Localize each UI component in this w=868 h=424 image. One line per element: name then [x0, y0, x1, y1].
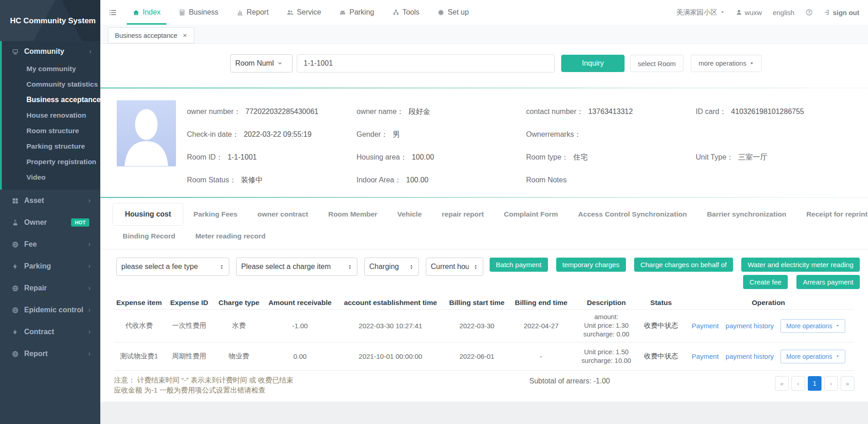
house-select-value: Current house	[431, 263, 469, 271]
temporary-charges-button[interactable]: temporary charges	[556, 258, 626, 272]
row-more-operations-button[interactable]: More operations	[780, 350, 845, 363]
tab-business-acceptance[interactable]: Business acceptance	[108, 27, 194, 43]
select-room-button[interactable]: select Room	[630, 55, 683, 72]
sidebar-subitem-business-acceptance[interactable]: Business acceptance	[2, 92, 100, 108]
pagination-first-button[interactable]: «	[775, 376, 789, 391]
person-silhouette-icon	[117, 100, 176, 166]
tab-complaint-form[interactable]: Complaint Form	[494, 210, 568, 218]
sidebar-item-epidemic-control[interactable]: Epidemic control	[0, 299, 100, 321]
tab-room-member[interactable]: Room Member	[318, 210, 388, 218]
table-row: 测试物业费1 周期性费用 物业费 0.00 2021-10-01 00:00:0…	[114, 342, 854, 371]
nav-business[interactable]: Business	[170, 0, 227, 25]
sidebar-item-parking[interactable]: Parking	[0, 255, 100, 277]
top-navbar: Index Business Report Service Parking	[100, 0, 868, 25]
sidebar-item-repair[interactable]: Repair	[0, 277, 100, 299]
tab-housing-cost[interactable]: Housing cost	[113, 203, 183, 226]
sidebar-item-asset[interactable]: Asset	[0, 190, 100, 212]
payment-link[interactable]: Payment	[692, 352, 718, 360]
charge-item-select[interactable]: Please select a charge item	[236, 258, 357, 276]
list-icon	[108, 8, 117, 17]
tab-repair-report[interactable]: repair report	[432, 210, 494, 218]
nav-set-up[interactable]: Set up	[429, 0, 478, 25]
sidebar-item-community[interactable]: Community	[2, 42, 100, 61]
pagination-next-button[interactable]: ›	[824, 376, 838, 391]
pagination-prev-button[interactable]: ‹	[791, 376, 805, 391]
search-type-select[interactable]: Room Number	[230, 54, 293, 72]
app-title: HC Community System	[10, 16, 96, 25]
tab-receipt-reprinting[interactable]: Receipt for reprinting	[796, 210, 868, 218]
tab-parking-fees[interactable]: Parking Fees	[183, 210, 248, 218]
sidebar-subitem-my-community[interactable]: My community	[2, 61, 100, 77]
sidebar-section-community: Community My community Community statist…	[0, 41, 100, 190]
inquiry-button[interactable]: Inquiry	[561, 55, 625, 72]
batch-payment-button[interactable]: Batch payment	[490, 258, 548, 272]
row-more-operations-button[interactable]: More operations	[780, 319, 845, 333]
tab-meter-reading-record[interactable]: Meter reading record	[185, 232, 275, 240]
sidebar-item-report[interactable]: Report	[0, 343, 100, 365]
house-scope-select[interactable]: Current house	[426, 258, 483, 276]
col-expense-item: Expense item	[114, 299, 164, 307]
signout-button[interactable]: sign out	[824, 9, 859, 16]
pagination-last-button[interactable]: »	[841, 376, 854, 391]
more-operations-button[interactable]: more operations	[691, 55, 762, 72]
col-charge-type: Charge type	[214, 299, 264, 307]
arrears-payment-button[interactable]: Arrears payment	[796, 275, 860, 289]
payment-link[interactable]: Payment	[692, 322, 718, 330]
tab-vehicle[interactable]: Vehicle	[388, 210, 432, 218]
community-selector[interactable]: 美满家园小区	[677, 8, 725, 17]
pagination-page-1[interactable]: 1	[808, 376, 822, 391]
nav-label: Service	[297, 8, 321, 16]
car-icon	[339, 9, 346, 16]
nav-tools[interactable]: Tools	[383, 0, 429, 25]
payment-history-link[interactable]: payment history	[726, 322, 774, 330]
cell-expense-id: 周期性费用	[164, 352, 214, 361]
nav-index[interactable]: Index	[124, 0, 170, 25]
caret-down-icon	[720, 10, 725, 15]
tab-binding-record[interactable]: Binding Record	[113, 232, 185, 240]
grid-icon	[12, 197, 19, 204]
sidebar: HC Community System Community My communi…	[0, 0, 100, 424]
close-icon[interactable]	[182, 33, 187, 38]
users-icon	[287, 9, 294, 16]
cell-billing-end-time: -	[509, 352, 573, 360]
sidebar-subitem-video[interactable]: Video	[2, 170, 100, 185]
sidebar-item-label: Asset	[24, 196, 44, 205]
sidebar-subitem-room-structure[interactable]: Room structure	[2, 123, 100, 139]
payment-history-link[interactable]: payment history	[726, 352, 774, 360]
charging-select-value: Charging	[369, 263, 404, 271]
caret-down-icon	[749, 61, 754, 66]
help-button[interactable]	[806, 9, 813, 16]
room-number-input[interactable]	[297, 54, 555, 72]
nav-report[interactable]: Report	[227, 0, 278, 25]
nav-parking[interactable]: Parking	[330, 0, 383, 25]
sidebar-subitem-house-renovation[interactable]: House renovation	[2, 108, 100, 123]
charge-item-select-value: Please select a charge item	[241, 263, 343, 271]
charging-status-select[interactable]: Charging	[364, 258, 419, 276]
sidebar-item-label: Repair	[24, 284, 47, 292]
tab-barrier-sync[interactable]: Barrier synchronization	[697, 210, 796, 218]
tab-access-control-sync[interactable]: Access Control Synchronization	[568, 210, 697, 218]
chevron-right-icon	[87, 308, 92, 313]
fee-type-select[interactable]: please select a fee type	[116, 258, 229, 276]
sidebar-subitem-property-registration[interactable]: Property registration	[2, 154, 100, 170]
language-switch[interactable]: english	[773, 9, 795, 16]
nav-service[interactable]: Service	[278, 0, 330, 25]
cell-amount-receivable: -1.00	[264, 322, 336, 330]
cell-charge-type: 水费	[214, 321, 264, 330]
sidebar-item-fee[interactable]: Fee	[0, 233, 100, 255]
sidebar-item-owner[interactable]: Owner HOT	[0, 212, 100, 233]
charge-on-behalf-button[interactable]: Charge charges on behalf of	[634, 258, 733, 272]
main-area: Index Business Report Service Parking	[100, 0, 868, 424]
top-nav-right: 美满家园小区 wuxw english sign out	[677, 0, 868, 25]
water-electricity-meter-button[interactable]: Water and electricity meter reading	[741, 258, 860, 272]
create-fee-button[interactable]: Create fee	[743, 275, 788, 289]
fee-action-row-1: Batch payment temporary charges Charge c…	[490, 258, 860, 272]
sidebar-item-contract[interactable]: Contract	[0, 321, 100, 343]
sidebar-toggle-button[interactable]	[100, 0, 124, 25]
user-menu[interactable]: wuxw	[736, 9, 762, 16]
sidebar-subitem-community-statistics[interactable]: Community statistics	[2, 77, 100, 92]
sidebar-subitem-parking-structure[interactable]: Parking structure	[2, 139, 100, 154]
cell-billing-start-time: 2022-06-01	[444, 352, 509, 360]
tab-owner-contract[interactable]: owner contract	[248, 210, 318, 218]
community-selector-label: 美满家园小区	[677, 8, 718, 17]
